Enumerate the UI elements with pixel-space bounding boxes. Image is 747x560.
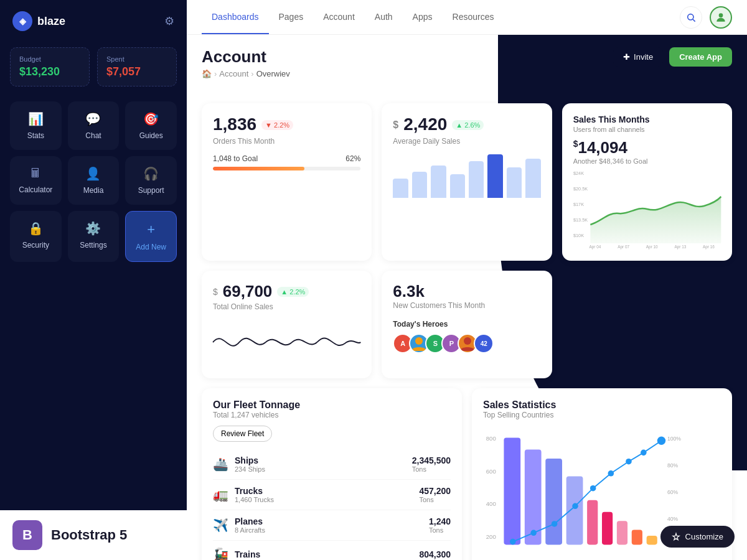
sidebar-item-security[interactable]: 🔒 Security [10, 211, 62, 262]
logo-area: ◈ blaze [12, 11, 65, 31]
stats-icon: 📊 [28, 111, 44, 126]
sidebar-item-support[interactable]: 🎧 Support [125, 156, 177, 205]
svg-rect-19 [504, 438, 520, 545]
customers-value: 6.3k [393, 282, 425, 301]
customize-icon [672, 533, 680, 541]
sales-goal-text: Another $48,346 to Goal [573, 157, 721, 165]
svg-point-38 [626, 459, 632, 465]
sales-month-value: $14,094 [573, 138, 721, 157]
search-button[interactable] [680, 6, 702, 29]
tab-resources[interactable]: Resources [443, 1, 504, 34]
total-sales-label: Total Online Sales [213, 302, 360, 311]
daily-sales-value: 2,420 [403, 114, 447, 134]
planes-name: Planes [235, 516, 265, 526]
bar-6-highlight [487, 154, 502, 198]
fleet-card: Our Fleet Tonnage Total 1,247 vehicles R… [202, 388, 462, 560]
bootstrap-text: Bootstrap 5 [51, 527, 127, 543]
tab-dashboards[interactable]: Dashboards [202, 1, 269, 34]
trucks-count: 1,460 Trucks [235, 496, 274, 503]
total-sales-card: $ 69,700 ▲ 2.2% Total Online Sales [202, 271, 372, 378]
settings-label: Settings [80, 241, 106, 250]
total-sales-value: 69,700 [223, 282, 273, 301]
bar-7 [507, 167, 522, 198]
customers-card: 6.3k New Customers This Month Today's He… [382, 271, 552, 378]
progress-bar-bg [213, 167, 360, 170]
review-fleet-button[interactable]: Review Fleet [213, 426, 272, 442]
daily-sales-badge: ▲ 2.6% [452, 120, 484, 130]
page-content: Account 🏠 › Account › Overwiev ✚ Invite … [187, 35, 747, 560]
orders-value: 1,836 [213, 114, 256, 134]
svg-point-36 [590, 485, 596, 492]
breadcrumb-current: Overwiev [256, 69, 290, 78]
create-app-button[interactable]: Create App [669, 47, 732, 67]
sidebar-item-guides[interactable]: 🎯 Guides [125, 101, 177, 150]
user-avatar-button[interactable] [710, 6, 732, 29]
top-nav: Dashboards Pages Account Auth Apps Resou… [187, 0, 747, 35]
media-label: Media [83, 186, 104, 195]
daily-sales-card: $ 2,420 ▲ 2.6% Average Daily Sales [382, 103, 552, 261]
nav-grid: 📊 Stats 💬 Chat 🎯 Guides 🖩 Calculator 👤 M… [0, 96, 187, 267]
trains-icon: 🚂 [213, 547, 228, 560]
svg-rect-21 [545, 459, 562, 544]
security-icon: 🔒 [28, 221, 44, 236]
svg-point-40 [657, 437, 665, 445]
chat-icon: 💬 [85, 111, 101, 126]
fleet-row-planes: ✈️ Planes 8 Aircrafts 1,240 Tons [213, 510, 451, 541]
logo-icon: ◈ [12, 11, 32, 31]
orders-label: Orders This Month [213, 137, 360, 146]
line-chart-area: $24K $20.5K $17K $13.5K $10K [573, 169, 721, 250]
tab-pages[interactable]: Pages [269, 1, 314, 34]
sidebar-header: ◈ blaze ⚙ [0, 0, 187, 42]
bar-chart [393, 154, 540, 198]
header-actions: ✚ Invite Create App [613, 47, 732, 67]
line-chart-svg: $24K $20.5K $17K $13.5K $10K [573, 169, 721, 250]
chat-label: Chat [85, 131, 101, 140]
svg-text:Apr 10: Apr 10 [646, 245, 658, 250]
sidebar-item-chat[interactable]: 💬 Chat [68, 101, 120, 150]
ships-name: Ships [235, 455, 265, 465]
sidebar-menu-icon[interactable]: ⚙ [164, 14, 174, 28]
calculator-label: Calculator [19, 185, 52, 194]
add-new-icon: + [147, 222, 155, 238]
svg-rect-25 [617, 521, 627, 544]
sidebar-item-stats[interactable]: 📊 Stats [10, 101, 62, 150]
add-new-label: Add New [136, 243, 166, 251]
top-nav-right [680, 6, 732, 29]
budget-row: Budget $13,230 Spent $7,057 [0, 42, 187, 96]
sidebar-item-settings[interactable]: ⚙️ Settings [68, 211, 120, 262]
customize-button[interactable]: Customize [660, 526, 735, 548]
bootstrap-logo: B [12, 520, 42, 550]
tab-apps[interactable]: Apps [403, 1, 443, 34]
svg-rect-26 [632, 530, 642, 545]
bar-2 [412, 172, 427, 198]
invite-button[interactable]: ✚ Invite [613, 47, 663, 67]
sidebar-item-media[interactable]: 👤 Media [68, 156, 120, 205]
sidebar-item-calculator[interactable]: 🖩 Calculator [10, 156, 62, 205]
bar-3 [431, 166, 446, 198]
fleet-card-title: Our Fleet Tonnage [213, 399, 451, 411]
sales-prefix: $ [393, 119, 398, 131]
svg-rect-22 [566, 477, 583, 545]
progress-section: 1,048 to Goal 62% [213, 154, 360, 170]
svg-text:$13.5K: $13.5K [573, 217, 588, 223]
sidebar: ◈ blaze ⚙ Budget $13,230 Spent $7,057 📊 … [0, 0, 187, 560]
security-label: Security [22, 241, 49, 250]
tab-auth[interactable]: Auth [365, 1, 403, 34]
tab-account[interactable]: Account [313, 1, 365, 34]
sidebar-item-add-new[interactable]: + Add New [125, 211, 177, 262]
bar-8 [525, 159, 540, 198]
svg-text:$17K: $17K [573, 202, 585, 207]
svg-text:Apr 16: Apr 16 [703, 245, 715, 250]
orders-card: 1,836 ▼ 2.2% Orders This Month 1,048 to … [202, 103, 372, 261]
spent-label: Spent [106, 55, 167, 63]
svg-point-37 [608, 470, 614, 477]
support-icon: 🎧 [143, 166, 159, 181]
support-label: Support [138, 186, 164, 195]
sales-month-sub: Users from all channels [573, 126, 721, 133]
svg-text:800: 800 [486, 435, 496, 442]
svg-point-33 [530, 530, 537, 536]
orders-badge: ▼ 2.2% [261, 120, 293, 130]
sales-stats-title: Sales Statistics [483, 399, 721, 411]
svg-rect-24 [602, 512, 613, 545]
budget-card: Budget $13,230 [10, 47, 90, 86]
